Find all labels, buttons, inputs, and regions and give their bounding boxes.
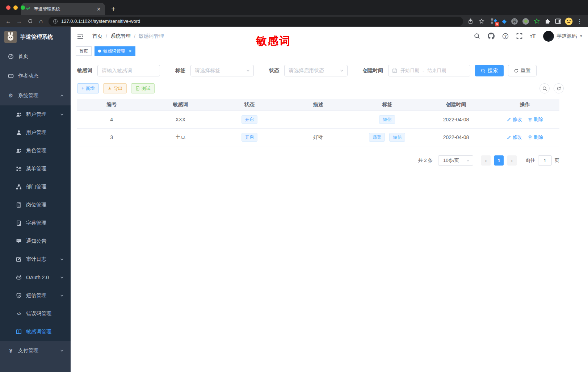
edit-link[interactable]: 修改 (507, 134, 522, 141)
table-row: 4 XXX 开启 短信 2022-04-08 修改 删除 (77, 111, 559, 129)
chevron-down-icon (466, 159, 470, 163)
date-range-picker[interactable]: 开始日期 - 结束日期 (388, 65, 470, 76)
browser-menu-icon[interactable]: ⋮ (574, 16, 585, 26)
sidebar-item-home[interactable]: 首页 (0, 47, 71, 66)
sidebar-item-dept[interactable]: 部门管理 (0, 178, 71, 196)
sidebar-item-pay[interactable]: ¥ 支付管理 (0, 341, 71, 360)
table-settings (539, 83, 564, 93)
next-page-button[interactable]: › (507, 155, 517, 166)
reload-button[interactable] (25, 16, 35, 26)
goto-page: 前往 页 (526, 155, 559, 166)
date-label: 创建时间 (363, 67, 383, 74)
keyword-input[interactable] (97, 65, 160, 76)
sidebar-item-audit-log[interactable]: 审计日志 (0, 250, 71, 268)
close-window-button[interactable] (6, 5, 10, 10)
goto-page-input[interactable] (538, 155, 552, 166)
sidebar-item-label: 支付管理 (18, 347, 38, 354)
page-size-select[interactable]: 10条/页 (438, 155, 473, 166)
help-icon[interactable] (502, 33, 509, 39)
github-icon[interactable] (488, 33, 495, 39)
status-select[interactable]: 请选择启用状态 (284, 65, 348, 76)
sidebar-item-errcode[interactable]: </> 错误码管理 (0, 305, 71, 323)
refresh-table-button[interactable] (554, 83, 564, 93)
sidebar-item-label: 租户管理 (26, 111, 46, 118)
reset-button[interactable]: 重置 (508, 65, 537, 76)
breadcrumb-system[interactable]: 系统管理 (110, 33, 131, 39)
sidebar-item-sms[interactable]: 短信管理 (0, 287, 71, 305)
browser-profile-avatar[interactable] (565, 17, 573, 25)
goto-label: 前往 (526, 157, 535, 164)
pagination: 共 2 条 10条/页 ‹ 1 › 前往 页 (77, 155, 559, 166)
edit-label: 修改 (513, 116, 522, 123)
tag-sensitive-word[interactable]: 敏感词管理 ✕ (94, 46, 135, 56)
tag-select[interactable]: 请选择标签 (190, 65, 254, 76)
tab-manager-extension-icon[interactable]: 9 (491, 18, 497, 25)
tag-close-icon[interactable]: ✕ (129, 49, 132, 54)
sidebar-item-oauth[interactable]: OAuth 2.0 (0, 268, 71, 287)
star-extension-icon[interactable] (534, 18, 540, 24)
active-dot (98, 50, 101, 53)
status-badge: 开启 (242, 133, 257, 142)
user-menu[interactable]: 芋道源码 ▼ (543, 31, 583, 42)
tag-home[interactable]: 首页 (76, 46, 92, 56)
command-extension-icon[interactable]: ⌘ (511, 18, 518, 25)
robot-icon (16, 275, 22, 280)
home-button[interactable]: ⌂ (35, 16, 46, 26)
bookmark-star-icon[interactable] (476, 16, 487, 26)
cell-tags: 短信 (353, 115, 421, 124)
sidebar-item-role[interactable]: 角色管理 (0, 142, 71, 160)
filter-keyword: 敏感词 (77, 65, 160, 76)
sidebar-item-tenant[interactable]: 租户管理 (0, 105, 71, 124)
dashboard-icon (8, 54, 14, 59)
delete-link[interactable]: 删除 (528, 134, 543, 141)
gear-icon: ⚙ (8, 92, 14, 99)
share-icon[interactable] (465, 16, 476, 26)
tab-close-icon[interactable]: ✕ (97, 7, 101, 12)
sidebar-item-label: 菜单管理 (26, 166, 46, 172)
sidebar-item-label: 错误码管理 (26, 310, 51, 317)
add-button[interactable]: + 新增 (77, 83, 99, 93)
font-size-icon[interactable]: TT (530, 33, 536, 39)
sidebar-item-notice[interactable]: 通知公告 (0, 232, 71, 250)
sidebar-item-author-news[interactable]: 作者动态 (0, 66, 71, 86)
new-tab-button[interactable]: + (108, 4, 119, 14)
breadcrumb-home[interactable]: 首页 (92, 33, 102, 39)
puzzle-extensions-icon[interactable] (545, 18, 550, 24)
fullscreen-icon[interactable] (516, 33, 522, 39)
search-button[interactable]: 搜索 (475, 65, 504, 76)
sidebar-item-system[interactable]: ⚙ 系统管理 (0, 86, 71, 105)
export-button[interactable]: 导出 (103, 83, 127, 93)
sidebar-item-sensitive-word[interactable]: 敏感词管理 (0, 323, 71, 341)
sidebar-item-menu[interactable]: 菜单管理 (0, 160, 71, 178)
recorder-extension-icon[interactable] (522, 18, 529, 25)
prev-page-button[interactable]: ‹ (481, 155, 491, 166)
minimize-window-button[interactable] (13, 5, 18, 10)
sidebar-item-post[interactable]: 岗位管理 (0, 196, 71, 214)
browser-tab[interactable]: 芋道管理系统 ✕ (21, 3, 105, 15)
delete-link[interactable]: 删除 (528, 116, 543, 123)
tags-view-bar: 首页 敏感词管理 ✕ (71, 45, 588, 57)
red-annotation-text: 敏感词 (256, 34, 291, 49)
toggle-search-button[interactable] (539, 83, 550, 93)
back-button[interactable]: ← (3, 16, 14, 26)
delete-label: 删除 (534, 116, 543, 123)
tree-list-icon (16, 166, 22, 172)
gem-extension-icon[interactable]: ◆ (502, 18, 507, 24)
test-button[interactable]: 测试 (131, 83, 155, 93)
current-page-button[interactable]: 1 (494, 155, 504, 166)
cell-id: 4 (77, 117, 146, 122)
address-bar[interactable]: 127.0.0.1:1024/system/sensitive-word (49, 17, 463, 26)
status-badge: 开启 (242, 115, 257, 124)
cell-actions: 修改 删除 (491, 134, 559, 141)
maximize-window-button[interactable] (21, 5, 25, 10)
search-icon[interactable] (474, 33, 480, 39)
side-panel-icon[interactable] (555, 18, 561, 24)
collapse-sidebar-icon[interactable] (77, 33, 84, 39)
site-info-icon[interactable] (53, 19, 58, 24)
sidebar-item-user[interactable]: 用户管理 (0, 124, 71, 142)
edit-link[interactable]: 修改 (507, 116, 522, 123)
forward-button[interactable]: → (14, 16, 25, 26)
sidebar-item-dict[interactable]: 字典管理 (0, 214, 71, 232)
pencil-icon (507, 135, 511, 139)
page-content: 敏感词 标签 请选择标签 状态 请选择启用状态 (71, 57, 588, 166)
